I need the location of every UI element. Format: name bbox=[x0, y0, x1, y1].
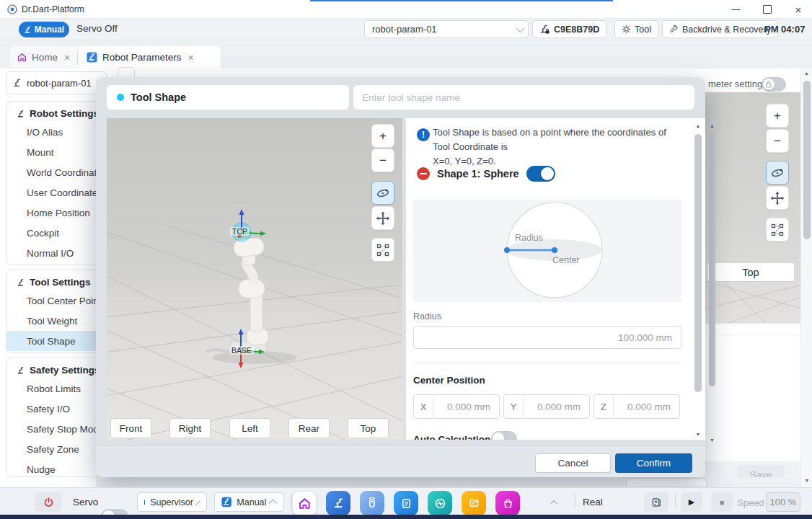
close-button[interactable]: × bbox=[786, 1, 811, 17]
power-button[interactable] bbox=[35, 492, 62, 512]
sidebar-item-home-position[interactable]: Home Position bbox=[6, 203, 103, 223]
bg-pan-button[interactable] bbox=[766, 186, 789, 210]
zoom-out-button[interactable]: − bbox=[371, 148, 394, 172]
bg-measure-button[interactable] bbox=[766, 218, 789, 241]
bg-view-top-button[interactable]: Top bbox=[707, 262, 795, 282]
sphere-diagram-graphic bbox=[413, 200, 681, 302]
view-top-button[interactable]: Top bbox=[348, 418, 389, 438]
remove-shape-icon[interactable] bbox=[417, 167, 430, 180]
center-y-field: Y bbox=[503, 394, 590, 419]
tool-shape-name-input[interactable] bbox=[353, 85, 694, 110]
robot-arm-icon bbox=[12, 78, 22, 88]
home-icon bbox=[17, 53, 27, 62]
view-left-button[interactable]: Left bbox=[229, 418, 270, 438]
device-id-button[interactable]: C9E8B79D bbox=[532, 20, 606, 38]
chevron-down-icon bbox=[516, 24, 524, 32]
scroll-up-icon[interactable]: ▲ bbox=[801, 68, 812, 79]
view-rear-button[interactable]: Rear bbox=[288, 418, 330, 438]
pan-button[interactable] bbox=[371, 206, 394, 230]
orbit-icon bbox=[770, 166, 785, 180]
manual-mode-button[interactable]: Manual bbox=[19, 22, 69, 37]
bg-list-header bbox=[705, 324, 800, 335]
app-task-editor-icon[interactable] bbox=[394, 491, 418, 515]
bg-orbit-button[interactable] bbox=[766, 161, 789, 185]
tool-button[interactable]: Tool bbox=[614, 20, 658, 38]
maximize-button[interactable] bbox=[755, 1, 780, 17]
sidebar-item-safety-io[interactable]: Safety I/O bbox=[6, 399, 103, 419]
view-3d-button[interactable] bbox=[644, 492, 668, 512]
app-store-icon[interactable] bbox=[495, 491, 520, 515]
view-front-button[interactable]: Front bbox=[110, 418, 151, 438]
tab-home-close-icon[interactable]: × bbox=[63, 52, 71, 63]
confirm-button[interactable]: Confirm bbox=[615, 453, 692, 473]
section-header: Tool Settings bbox=[6, 270, 103, 290]
sidebar-item-user-coordinates[interactable]: User Coordinates bbox=[6, 182, 103, 203]
dialog-scrollbar[interactable]: ▲ ▼ bbox=[693, 123, 703, 440]
measure-button[interactable] bbox=[371, 238, 394, 262]
sidebar-item-cockpit[interactable]: Cockpit bbox=[6, 223, 103, 243]
play-button[interactable]: ▶ bbox=[681, 492, 702, 512]
view-right-button[interactable]: Right bbox=[169, 418, 211, 438]
backdrive-recovery-button[interactable]: Backdrive & Recovery bbox=[662, 20, 778, 38]
speed-value[interactable]: 100 % bbox=[766, 492, 800, 512]
sidebar-item-robot-limits[interactable]: Robot Limits bbox=[6, 378, 103, 399]
sidebar-item-normal-io[interactable]: Normal I/O bbox=[6, 243, 103, 263]
role-select[interactable]: Supervisor bbox=[137, 492, 207, 512]
bg-zoom-in-button[interactable]: + bbox=[766, 104, 789, 128]
orbit-button[interactable] bbox=[371, 181, 394, 205]
center-y-input[interactable] bbox=[524, 395, 589, 418]
edit-settings-toggle[interactable] bbox=[762, 77, 786, 92]
zoom-in-button[interactable]: + bbox=[371, 124, 394, 148]
app-logo-icon bbox=[7, 4, 17, 14]
tab-robot-parameters[interactable]: Robot Parameters × bbox=[79, 46, 221, 68]
sidebar-item-world-coordinates[interactable]: World Coordinates bbox=[6, 162, 103, 182]
stop-button[interactable]: ■ bbox=[711, 492, 733, 512]
sidebar-item-mount[interactable]: Mount bbox=[6, 142, 103, 162]
manual-mode-label: Manual bbox=[35, 25, 64, 35]
sidebar-item-tool-shape[interactable]: Tool Shape bbox=[6, 331, 103, 351]
sidebar-item-safety-stop-modes[interactable]: Safety Stop Modes bbox=[6, 419, 103, 439]
robot-3d-viewer[interactable]: TCP BASE + − bbox=[107, 118, 402, 440]
view-3d-icon bbox=[651, 497, 662, 507]
tool-button-label: Tool bbox=[635, 25, 651, 35]
app-robot-parameters-icon[interactable] bbox=[326, 491, 350, 515]
app-home-icon[interactable] bbox=[292, 491, 317, 515]
bg-scrollbar[interactable]: ▲ ▼ bbox=[707, 123, 717, 445]
center-x-input[interactable] bbox=[433, 395, 499, 418]
sidebar-item-io-alias[interactable]: I/O Alias bbox=[6, 122, 103, 142]
background-grid bbox=[705, 92, 800, 328]
bg-scrollbar-thumb[interactable] bbox=[709, 133, 715, 386]
page-scrollbar-thumb[interactable] bbox=[803, 81, 811, 239]
dialog-scrollbar-thumb[interactable] bbox=[694, 134, 702, 392]
scroll-down-icon[interactable]: ▼ bbox=[707, 437, 717, 444]
page-scrollbar[interactable]: ▲ ▼ bbox=[800, 68, 812, 487]
sidebar-item-tool-center-point[interactable]: Tool Center Point bbox=[6, 290, 103, 311]
tab-robot-parameters-close-icon[interactable]: × bbox=[187, 52, 195, 63]
scroll-down-icon[interactable]: ▼ bbox=[801, 477, 812, 484]
radius-input[interactable] bbox=[413, 326, 681, 349]
cancel-button[interactable]: Cancel bbox=[535, 453, 611, 473]
backdrive-recovery-label: Backdrive & Recovery bbox=[682, 25, 771, 35]
bg-zoom-out-button[interactable]: − bbox=[766, 129, 789, 153]
background-3d-view[interactable] bbox=[705, 92, 800, 328]
base-label: BASE bbox=[229, 346, 254, 355]
auto-calculation-toggle[interactable] bbox=[491, 431, 517, 440]
sidebar-item-nudge[interactable]: Nudge bbox=[6, 459, 103, 477]
sidebar-param-header[interactable]: robot-param-01 bbox=[6, 71, 107, 94]
scroll-up-icon[interactable]: ▲ bbox=[693, 123, 703, 130]
sidebar-item-safety-zone[interactable]: Safety Zone bbox=[6, 439, 103, 459]
scroll-up-icon[interactable]: ▲ bbox=[707, 123, 717, 130]
close-icon: × bbox=[795, 4, 802, 15]
scroll-down-icon[interactable]: ▼ bbox=[693, 431, 703, 438]
toggle-knob bbox=[493, 432, 504, 440]
mode-select[interactable]: Manual bbox=[214, 492, 284, 512]
sidebar-item-tool-weight[interactable]: Tool Weight bbox=[6, 311, 103, 331]
app-monitoring-icon[interactable] bbox=[428, 491, 452, 515]
parameter-select[interactable]: robot-param-01 bbox=[364, 20, 529, 38]
shape-enabled-toggle[interactable] bbox=[526, 166, 555, 182]
app-log-icon[interactable] bbox=[462, 491, 486, 515]
minimize-button[interactable] bbox=[723, 1, 748, 17]
app-remote-control-icon[interactable] bbox=[360, 491, 384, 515]
center-z-input[interactable] bbox=[614, 395, 679, 418]
section-title: Tool Settings bbox=[30, 277, 91, 288]
